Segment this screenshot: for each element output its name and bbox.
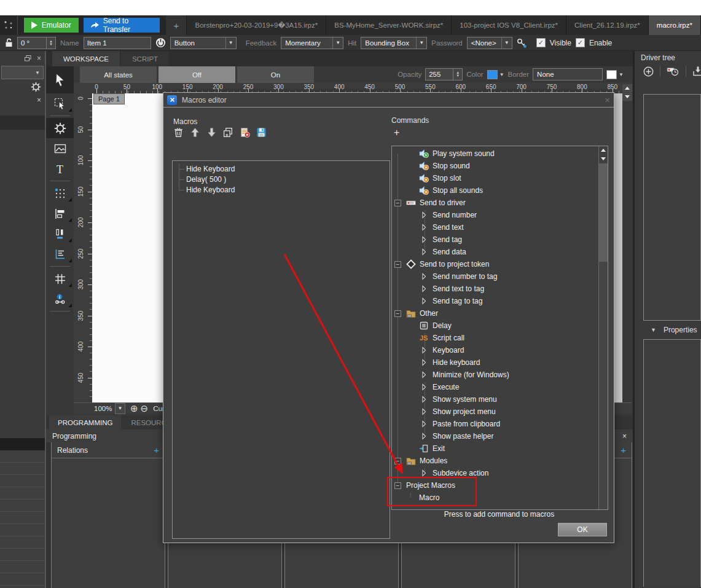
file-tab[interactable]: macro.irpz* [649,15,701,35]
close-icon[interactable]: × [37,54,41,63]
lock-icon[interactable] [5,38,13,47]
collapse-icon[interactable]: − [394,458,401,465]
tool-snap-grid-button[interactable] [46,183,74,203]
tree-item[interactable]: Send data [392,246,608,258]
tree-item[interactable]: Execute [392,381,608,393]
scroll-up-button[interactable] [622,84,632,92]
enable-checkbox[interactable]: ✓ [576,38,585,47]
hit-dropdown[interactable]: Bounding Box▼ [361,37,427,49]
gear-icon[interactable] [31,82,41,92]
tool-guides-button[interactable] [46,244,74,264]
macro-list-item[interactable]: Hide Keyboard [173,185,390,195]
macros-list[interactable]: Hide KeyboardDelay( 500 )Hide Keyboard [172,160,390,539]
macro-list-item[interactable]: Delay( 500 ) [173,174,390,185]
collapse-icon[interactable]: − [394,310,401,317]
app-menu-icon[interactable] [0,15,18,35]
tree-item[interactable]: Send tag to tag [392,295,608,307]
tool-text-button[interactable]: T [46,159,74,179]
restore-panel-icon[interactable] [25,55,31,61]
import-icon[interactable] [692,66,701,77]
opacity-spinner[interactable]: ▲▼ [453,68,463,80]
tree-item[interactable]: Paste from clipboard [392,418,608,430]
zoom-out-icon[interactable]: ⊖ [141,403,149,414]
scan-devices-icon[interactable] [667,66,679,77]
remove-script-icon[interactable] [240,127,250,138]
emulator-button[interactable]: Emulator [24,18,79,33]
tree-item[interactable]: JSScript call [392,332,608,344]
file-tab[interactable]: Borstenpro+20-03-2019+9�3A15.irpz* [187,15,326,35]
tool-image-button[interactable] [46,138,74,159]
properties-section-header[interactable]: ▼ Properties [651,326,697,334]
tree-item[interactable]: −Other [392,307,608,319]
tool-distribute-button[interactable] [46,224,74,244]
close-icon[interactable]: × [37,96,41,104]
tool-marquee-select-button[interactable] [46,93,74,114]
tree-item[interactable]: Stop all sounds [392,184,608,197]
tab-programming[interactable]: PROGRAMMING [49,415,121,429]
gallery-selected-row[interactable] [0,116,45,130]
opacity-field[interactable]: 255 [425,68,453,80]
canvas-vertical-scrollbar[interactable] [614,93,622,402]
add-command-button[interactable]: + [394,127,399,138]
close-icon[interactable]: × [622,432,627,441]
tree-item[interactable]: Send number to tag [392,270,608,283]
tab-workspace[interactable]: WORKSPACE [52,51,120,66]
collapse-icon[interactable]: − [394,200,401,206]
tree-item[interactable]: Stop slot [392,172,608,184]
rotation-field[interactable]: 0 ° [17,37,47,49]
state-tab-off[interactable]: Off [159,66,235,83]
tool-relations-button[interactable]: i [46,289,74,309]
gallery-dropdown[interactable]: ▼ [1,66,44,79]
tree-item[interactable]: Keyboard [392,344,608,356]
rotation-spinner[interactable]: ▲▼ [47,37,56,49]
macro-list-item[interactable]: Hide Keyboard [173,164,390,174]
new-project-tab[interactable]: + [166,15,187,35]
item-type-dropdown[interactable]: Button▼ [170,37,237,49]
tree-item[interactable]: −Modules [392,455,608,467]
tree-item[interactable]: Minimize (for Windows) [392,369,608,381]
tree-item[interactable]: Show paste helper [392,430,608,442]
scroll-down-button[interactable] [622,93,632,101]
tool-grid-button[interactable] [46,269,74,289]
tool-align-button[interactable] [46,203,74,224]
tree-item[interactable]: −Send to driver [392,197,608,209]
file-tab[interactable]: Client_26.12.19.irpz* [566,15,649,35]
delete-icon[interactable] [173,127,184,138]
tree-item[interactable]: Send text to tag [392,283,608,295]
select-tool-button[interactable] [46,66,74,93]
state-tab-on[interactable]: On [237,66,314,83]
zoom-dropdown[interactable]: ▼ [115,403,125,414]
feedback-dropdown[interactable]: Momentary▼ [281,37,343,49]
tree-item[interactable]: Show system menu [392,393,608,406]
tree-item[interactable]: Hide keyboard [392,356,608,369]
name-input[interactable]: Item 1 [84,37,151,49]
color-picker[interactable]: ▼ [487,70,504,79]
add-relation-button[interactable]: + [154,445,159,455]
move-down-icon[interactable] [206,127,217,138]
tree-item[interactable]: Send text [392,221,608,233]
visible-checkbox[interactable]: ✓ [536,38,546,47]
duplicate-icon[interactable] [223,127,233,138]
tree-item[interactable]: Stop sound [392,160,608,172]
border-color-picker[interactable]: ▼ [606,70,624,79]
tool-settings-button[interactable] [46,118,74,138]
border-dropdown[interactable]: None [533,68,603,80]
tab-script[interactable]: SCRIPT [121,51,169,66]
close-icon[interactable]: × [605,95,610,105]
dialog-title-bar[interactable]: Macros editor × [163,93,614,108]
ok-button[interactable]: OK [558,523,607,536]
driver-tree-view[interactable] [643,94,701,321]
tree-item[interactable]: Delay [392,319,608,332]
add-icon[interactable] [643,66,654,77]
collapse-icon[interactable]: − [394,261,401,268]
page-tab[interactable]: Page 1 [93,93,125,104]
zoom-in-icon[interactable]: ⊕ [130,403,138,414]
password-key-icon[interactable] [517,38,527,48]
password-dropdown[interactable]: <None>▼ [467,37,512,49]
file-tab[interactable]: BS-MyHome_Server-WORK.sirpz* [326,15,452,35]
state-tab-all-states[interactable]: All states [80,66,157,83]
tree-item[interactable]: Exit [392,442,608,455]
tree-item[interactable]: Show project menu [392,406,608,418]
send-to-transfer-button[interactable]: Send to Transfer [84,18,160,33]
tree-item[interactable]: Send number [392,209,608,221]
